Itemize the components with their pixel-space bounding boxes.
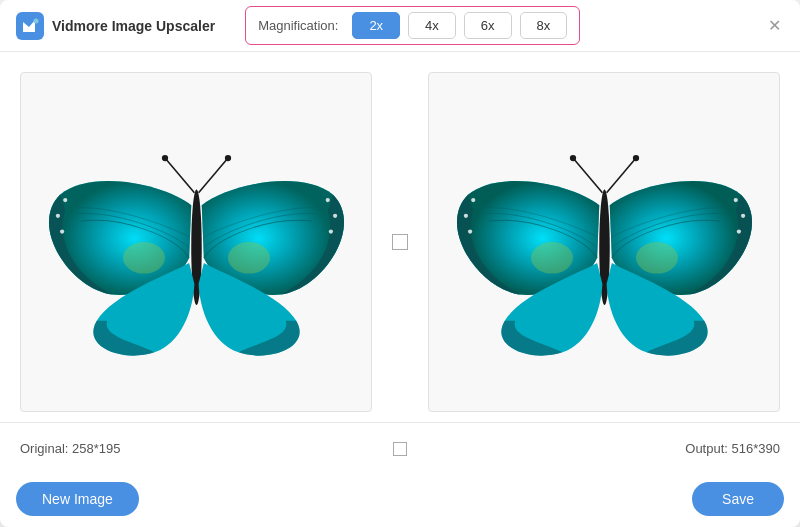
save-button[interactable]: Save <box>692 482 784 516</box>
original-info-label: Original: 258*195 <box>20 441 273 456</box>
main-window: Vidmore Image Upscaler Magnification: 2x… <box>0 0 800 527</box>
mag-btn-8x[interactable]: 8x <box>520 12 568 39</box>
svg-point-12 <box>328 229 332 233</box>
new-image-button[interactable]: New Image <box>16 482 139 516</box>
magnification-section: Magnification: 2x 4x 6x 8x <box>245 6 580 45</box>
close-button[interactable]: ✕ <box>764 16 784 36</box>
svg-point-9 <box>60 229 64 233</box>
original-butterfly-image <box>39 90 354 394</box>
bottom-bar: New Image Save <box>0 474 800 527</box>
title-bar: Vidmore Image Upscaler Magnification: 2x… <box>0 0 800 52</box>
svg-point-25 <box>736 229 740 233</box>
svg-line-3 <box>165 158 194 193</box>
mag-btn-4x[interactable]: 4x <box>408 12 456 39</box>
image-info-footer: Original: 258*195 Output: 516*390 <box>0 422 800 474</box>
svg-point-13 <box>123 242 165 274</box>
svg-point-18 <box>569 155 575 161</box>
svg-point-14 <box>228 242 270 274</box>
compare-divider-icon <box>392 234 408 250</box>
svg-line-4 <box>198 158 227 193</box>
svg-point-21 <box>463 214 467 218</box>
mag-btn-6x[interactable]: 6x <box>464 12 512 39</box>
output-info-label: Output: 516*390 <box>527 441 780 456</box>
compare-checkbox-container <box>273 442 526 456</box>
magnification-label: Magnification: <box>258 18 338 33</box>
app-logo-icon <box>16 12 44 40</box>
app-title: Vidmore Image Upscaler <box>52 18 215 34</box>
svg-point-7 <box>63 198 67 202</box>
output-butterfly-image <box>447 90 762 394</box>
svg-point-22 <box>468 229 472 233</box>
svg-point-23 <box>733 198 737 202</box>
svg-line-16 <box>573 158 602 193</box>
svg-point-10 <box>325 198 329 202</box>
svg-point-26 <box>531 242 573 274</box>
svg-point-20 <box>471 198 475 202</box>
original-image-panel <box>20 72 372 412</box>
svg-point-5 <box>161 155 167 161</box>
svg-point-1 <box>34 18 39 23</box>
svg-point-6 <box>224 155 230 161</box>
svg-point-8 <box>55 214 59 218</box>
svg-point-19 <box>632 155 638 161</box>
svg-point-11 <box>333 214 337 218</box>
content-area <box>0 52 800 422</box>
compare-checkbox[interactable] <box>393 442 407 456</box>
mag-btn-2x[interactable]: 2x <box>352 12 400 39</box>
svg-line-17 <box>606 158 635 193</box>
svg-point-24 <box>741 214 745 218</box>
output-image-panel <box>428 72 780 412</box>
svg-point-27 <box>636 242 678 274</box>
